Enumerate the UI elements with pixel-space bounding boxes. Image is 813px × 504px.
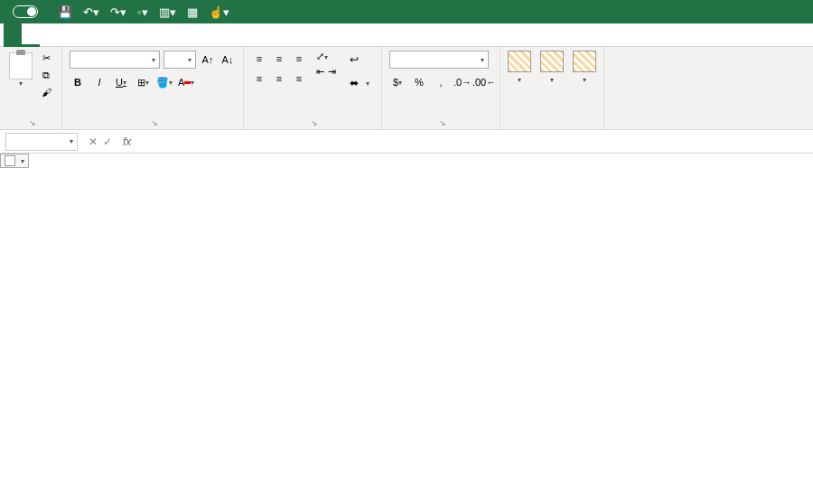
group-clipboard: ▾ ✂ ⧉ 🖌 ↘ <box>0 47 62 129</box>
cell-styles-button[interactable]: ▾ <box>573 51 596 84</box>
redo-icon[interactable]: ↷▾ <box>110 5 126 19</box>
align-left-icon[interactable]: ≡ <box>251 70 267 87</box>
undo-icon[interactable]: ↶▾ <box>83 5 99 19</box>
increase-font-icon[interactable]: A↑ <box>200 51 216 68</box>
tab-developer[interactable] <box>184 23 202 47</box>
font-color-button[interactable]: A▾ <box>178 74 194 90</box>
chart-icon[interactable]: ▥▾ <box>159 5 176 19</box>
align-bottom-icon[interactable]: ≡ <box>291 51 307 67</box>
tab-file[interactable] <box>4 23 22 47</box>
percent-icon[interactable]: % <box>411 74 427 90</box>
format-as-table-button[interactable]: ▾ <box>540 51 564 84</box>
touch-icon[interactable]: ☝▾ <box>209 5 229 19</box>
paste-button[interactable]: ▾ <box>7 51 34 99</box>
dialog-launcher-icon[interactable]: ↘ <box>151 118 158 127</box>
format-as-table-icon <box>540 51 564 72</box>
chevron-down-icon: ▾ <box>21 157 24 165</box>
tab-help[interactable] <box>202 23 220 47</box>
orientation-icon[interactable]: ⤢▾ <box>316 51 336 62</box>
chevron-down-icon: ▾ <box>19 79 23 88</box>
align-top-icon[interactable]: ≡ <box>251 51 267 67</box>
merge-icon: ⬌ <box>350 77 359 89</box>
copy-icon[interactable]: ⧉ <box>38 68 54 82</box>
italic-button[interactable]: I <box>91 74 107 90</box>
border-button[interactable]: ⊞▾ <box>135 74 151 90</box>
name-box[interactable]: ▾ <box>5 133 78 151</box>
align-center-icon[interactable]: ≡ <box>271 70 287 87</box>
ribbon: ▾ ✂ ⧉ 🖌 ↘ ▾ ▾ A↑ A↓ B I U▾ ⊞▾ 🪣▾ <box>0 47 813 130</box>
align-right-icon[interactable]: ≡ <box>291 70 307 87</box>
autosave-toggle[interactable] <box>0 5 51 18</box>
dropdown-icon[interactable]: ◦▾ <box>137 5 148 19</box>
tab-formulas[interactable] <box>94 23 112 47</box>
underline-button[interactable]: U▾ <box>113 74 129 90</box>
dialog-launcher-icon[interactable]: ↘ <box>311 118 318 127</box>
save-icon[interactable]: 💾 <box>58 5 72 19</box>
quick-access-toolbar: 💾 ↶▾ ↷▾ ◦▾ ▥▾ ▦ ☝▾ <box>51 5 229 19</box>
tab-home[interactable] <box>22 23 40 47</box>
font-name-select[interactable]: ▾ <box>70 51 160 69</box>
merge-center-button[interactable]: ⬌▾ <box>345 74 374 92</box>
dialog-launcher-icon[interactable]: ↘ <box>439 118 446 127</box>
wrap-icon: ↩ <box>350 53 359 66</box>
fill-color-button[interactable]: 🪣▾ <box>156 74 173 90</box>
ribbon-tabs <box>0 23 813 47</box>
font-size-select[interactable]: ▾ <box>164 51 196 69</box>
paste-options-button[interactable]: ▾ <box>0 154 29 168</box>
decrease-font-icon[interactable]: A↓ <box>220 51 236 68</box>
dialog-launcher-icon[interactable]: ↘ <box>29 118 36 127</box>
group-number: ▾ $▾ % , .0→ .00← ↘ <box>382 47 500 129</box>
decrease-decimal-icon[interactable]: .00← <box>476 74 492 90</box>
tab-review[interactable] <box>148 23 166 47</box>
clipboard-icon <box>9 52 33 79</box>
paste-options-icon <box>5 155 15 166</box>
tab-timeline[interactable] <box>130 23 148 47</box>
bold-button[interactable]: B <box>70 74 86 90</box>
group-alignment: ≡ ≡ ≡ ≡ ≡ ≡ ⤢▾ ⇤ ⇥ ↩ ⬌▾ ↘ <box>244 47 382 129</box>
tab-data[interactable] <box>112 23 130 47</box>
decrease-indent-icon[interactable]: ⇤ <box>316 66 324 78</box>
cell-styles-icon <box>573 51 596 72</box>
number-format-select[interactable]: ▾ <box>389 51 489 69</box>
align-middle-icon[interactable]: ≡ <box>271 51 287 67</box>
toggle-off-icon[interactable] <box>13 5 38 18</box>
tab-insert[interactable] <box>40 23 58 47</box>
enter-icon[interactable]: ✓ <box>103 135 112 148</box>
formula-bar: ▾ ✕ ✓ fx <box>0 130 813 154</box>
tab-pdfelement[interactable] <box>220 23 238 47</box>
comma-icon[interactable]: , <box>433 74 449 90</box>
format-painter-icon[interactable]: 🖌 <box>38 85 54 99</box>
table-icon[interactable]: ▦ <box>187 5 198 19</box>
conditional-formatting-button[interactable]: ▾ <box>508 51 531 84</box>
cut-icon[interactable]: ✂ <box>38 51 54 65</box>
group-styles: ▾ ▾ ▾ <box>500 47 604 129</box>
tab-view[interactable] <box>166 23 184 47</box>
wrap-text-button[interactable]: ↩ <box>345 51 374 69</box>
fx-icon[interactable]: fx <box>123 135 131 148</box>
increase-decimal-icon[interactable]: .0→ <box>454 74 471 90</box>
tab-page-layout[interactable] <box>76 23 94 47</box>
title-bar: 💾 ↶▾ ↷▾ ◦▾ ▥▾ ▦ ☝▾ <box>0 0 813 23</box>
conditional-formatting-icon <box>508 51 531 72</box>
cancel-icon[interactable]: ✕ <box>89 135 98 148</box>
currency-icon[interactable]: $▾ <box>389 74 406 90</box>
group-font: ▾ ▾ A↑ A↓ B I U▾ ⊞▾ 🪣▾ A▾ ↘ <box>62 47 244 129</box>
tab-draw[interactable] <box>58 23 76 47</box>
increase-indent-icon[interactable]: ⇥ <box>328 66 336 78</box>
